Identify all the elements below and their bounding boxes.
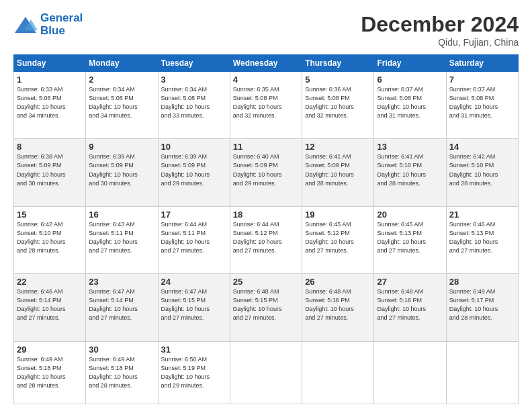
calendar-row: 1Sunrise: 6:33 AMSunset: 5:08 PMDaylight…	[14, 72, 519, 139]
day-number: 3	[161, 75, 227, 85]
day-info: Sunrise: 6:47 AMSunset: 5:15 PMDaylight:…	[161, 287, 227, 322]
day-info: Sunrise: 6:37 AMSunset: 5:08 PMDaylight:…	[449, 85, 515, 120]
day-info: Sunrise: 6:34 AMSunset: 5:08 PMDaylight:…	[161, 85, 227, 120]
day-info: Sunrise: 6:44 AMSunset: 5:12 PMDaylight:…	[233, 220, 299, 255]
day-number: 29	[17, 345, 83, 355]
header-sunday: Sunday	[14, 55, 86, 72]
day-number: 22	[17, 277, 83, 287]
day-number: 7	[449, 75, 515, 85]
header-thursday: Thursday	[302, 55, 374, 72]
day-info: Sunrise: 6:39 AMSunset: 5:09 PMDaylight:…	[161, 152, 227, 187]
logo-icon	[13, 15, 38, 34]
day-number: 14	[449, 142, 515, 152]
day-number: 30	[89, 345, 154, 355]
day-info: Sunrise: 6:45 AMSunset: 5:12 PMDaylight:…	[305, 220, 371, 255]
day-number: 8	[17, 142, 83, 152]
day-info: Sunrise: 6:49 AMSunset: 5:18 PMDaylight:…	[17, 355, 83, 390]
day-info: Sunrise: 6:45 AMSunset: 5:13 PMDaylight:…	[377, 220, 443, 255]
calendar-cell: 6Sunrise: 6:37 AMSunset: 5:08 PMDaylight…	[374, 72, 446, 139]
calendar-cell: 23Sunrise: 6:47 AMSunset: 5:14 PMDayligh…	[86, 274, 158, 341]
calendar-table: Sunday Monday Tuesday Wednesday Thursday…	[13, 54, 519, 404]
calendar-cell: 1Sunrise: 6:33 AMSunset: 5:08 PMDaylight…	[14, 72, 86, 139]
weekday-header-row: Sunday Monday Tuesday Wednesday Thursday…	[14, 55, 519, 72]
day-number: 6	[377, 75, 443, 85]
calendar-cell: 25Sunrise: 6:48 AMSunset: 5:15 PMDayligh…	[230, 274, 302, 341]
calendar-row: 22Sunrise: 6:46 AMSunset: 5:14 PMDayligh…	[14, 274, 519, 341]
day-number: 4	[233, 75, 299, 85]
calendar-cell: 15Sunrise: 6:42 AMSunset: 5:10 PMDayligh…	[14, 206, 86, 273]
day-number: 15	[17, 210, 83, 220]
day-info: Sunrise: 6:49 AMSunset: 5:18 PMDaylight:…	[89, 355, 154, 390]
day-info: Sunrise: 6:47 AMSunset: 5:14 PMDaylight:…	[89, 287, 154, 322]
day-number: 5	[305, 75, 371, 85]
day-info: Sunrise: 6:40 AMSunset: 5:09 PMDaylight:…	[233, 152, 299, 187]
month-title: December 2024	[361, 12, 519, 37]
header-friday: Friday	[374, 55, 446, 72]
calendar-cell: 2Sunrise: 6:34 AMSunset: 5:08 PMDaylight…	[86, 72, 158, 139]
calendar-cell	[302, 341, 374, 404]
header-wednesday: Wednesday	[230, 55, 302, 72]
calendar-cell: 8Sunrise: 6:38 AMSunset: 5:09 PMDaylight…	[14, 139, 86, 206]
day-number: 23	[89, 277, 154, 287]
day-number: 24	[161, 277, 227, 287]
day-info: Sunrise: 6:33 AMSunset: 5:08 PMDaylight:…	[17, 85, 83, 120]
day-info: Sunrise: 6:35 AMSunset: 5:08 PMDaylight:…	[233, 85, 299, 120]
header-saturday: Saturday	[446, 55, 518, 72]
day-info: Sunrise: 6:37 AMSunset: 5:08 PMDaylight:…	[377, 85, 443, 120]
calendar-cell: 31Sunrise: 6:50 AMSunset: 5:19 PMDayligh…	[158, 341, 230, 404]
calendar-row: 8Sunrise: 6:38 AMSunset: 5:09 PMDaylight…	[14, 139, 519, 206]
day-info: Sunrise: 6:36 AMSunset: 5:08 PMDaylight:…	[305, 85, 371, 120]
calendar-cell: 9Sunrise: 6:39 AMSunset: 5:09 PMDaylight…	[86, 139, 158, 206]
calendar-cell: 4Sunrise: 6:35 AMSunset: 5:08 PMDaylight…	[230, 72, 302, 139]
day-info: Sunrise: 6:42 AMSunset: 5:10 PMDaylight:…	[449, 152, 515, 187]
header-monday: Monday	[86, 55, 158, 72]
calendar-row: 29Sunrise: 6:49 AMSunset: 5:18 PMDayligh…	[14, 341, 519, 404]
day-number: 21	[449, 210, 515, 220]
day-number: 1	[17, 75, 83, 85]
day-number: 19	[305, 210, 371, 220]
calendar-cell: 27Sunrise: 6:48 AMSunset: 5:16 PMDayligh…	[374, 274, 446, 341]
day-info: Sunrise: 6:46 AMSunset: 5:13 PMDaylight:…	[449, 220, 515, 255]
day-info: Sunrise: 6:39 AMSunset: 5:09 PMDaylight:…	[89, 152, 154, 187]
calendar-cell: 28Sunrise: 6:49 AMSunset: 5:17 PMDayligh…	[446, 274, 518, 341]
day-info: Sunrise: 6:46 AMSunset: 5:14 PMDaylight:…	[17, 287, 83, 322]
day-number: 31	[161, 345, 227, 355]
calendar-cell: 5Sunrise: 6:36 AMSunset: 5:08 PMDaylight…	[302, 72, 374, 139]
day-number: 28	[449, 277, 515, 287]
day-info: Sunrise: 6:50 AMSunset: 5:19 PMDaylight:…	[161, 355, 227, 390]
header-tuesday: Tuesday	[158, 55, 230, 72]
calendar-cell	[446, 341, 518, 404]
header: General Blue December 2024 Qidu, Fujian,…	[13, 12, 519, 48]
day-info: Sunrise: 6:48 AMSunset: 5:16 PMDaylight:…	[377, 287, 443, 322]
calendar-cell: 11Sunrise: 6:40 AMSunset: 5:09 PMDayligh…	[230, 139, 302, 206]
day-number: 17	[161, 210, 227, 220]
logo: General Blue	[13, 12, 83, 37]
day-number: 2	[89, 75, 154, 85]
calendar-cell: 24Sunrise: 6:47 AMSunset: 5:15 PMDayligh…	[158, 274, 230, 341]
title-block: December 2024 Qidu, Fujian, China	[361, 12, 519, 48]
day-number: 27	[377, 277, 443, 287]
day-number: 25	[233, 277, 299, 287]
calendar-cell: 16Sunrise: 6:43 AMSunset: 5:11 PMDayligh…	[86, 206, 158, 273]
page: General Blue December 2024 Qidu, Fujian,…	[0, 0, 532, 411]
calendar-cell: 30Sunrise: 6:49 AMSunset: 5:18 PMDayligh…	[86, 341, 158, 404]
day-info: Sunrise: 6:41 AMSunset: 5:10 PMDaylight:…	[377, 152, 443, 187]
day-info: Sunrise: 6:38 AMSunset: 5:09 PMDaylight:…	[17, 152, 83, 187]
day-info: Sunrise: 6:34 AMSunset: 5:08 PMDaylight:…	[89, 85, 154, 120]
calendar-cell	[374, 341, 446, 404]
day-number: 11	[233, 142, 299, 152]
day-number: 16	[89, 210, 154, 220]
day-info: Sunrise: 6:41 AMSunset: 5:09 PMDaylight:…	[305, 152, 371, 187]
calendar-cell: 18Sunrise: 6:44 AMSunset: 5:12 PMDayligh…	[230, 206, 302, 273]
day-number: 26	[305, 277, 371, 287]
day-number: 9	[89, 142, 154, 152]
calendar-cell: 21Sunrise: 6:46 AMSunset: 5:13 PMDayligh…	[446, 206, 518, 273]
calendar-row: 15Sunrise: 6:42 AMSunset: 5:10 PMDayligh…	[14, 206, 519, 273]
day-info: Sunrise: 6:44 AMSunset: 5:11 PMDaylight:…	[161, 220, 227, 255]
calendar-cell	[230, 341, 302, 404]
day-info: Sunrise: 6:48 AMSunset: 5:16 PMDaylight:…	[305, 287, 371, 322]
calendar-cell: 17Sunrise: 6:44 AMSunset: 5:11 PMDayligh…	[158, 206, 230, 273]
day-number: 10	[161, 142, 227, 152]
day-number: 13	[377, 142, 443, 152]
calendar-cell: 26Sunrise: 6:48 AMSunset: 5:16 PMDayligh…	[302, 274, 374, 341]
